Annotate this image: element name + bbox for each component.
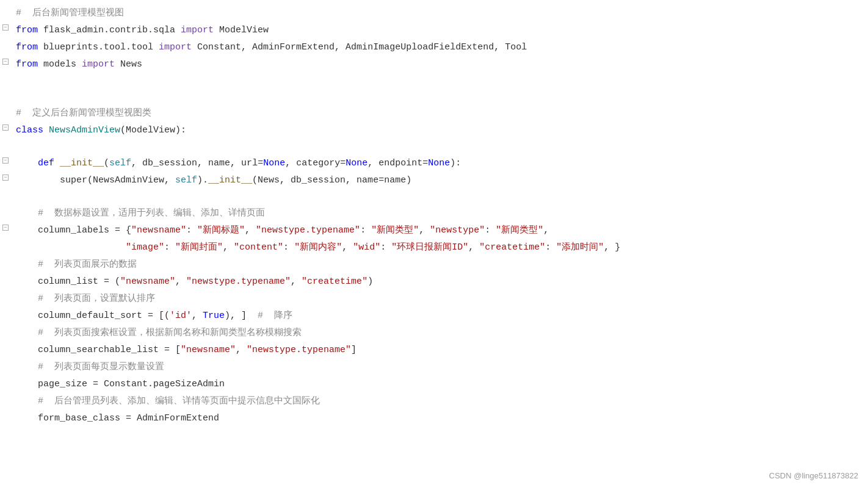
token: = <box>340 158 345 168</box>
token: , <box>175 276 186 287</box>
code-line: # 列表页面搜索框设置，根据新闻名称和新闻类型名称模糊搜索 <box>0 325 868 342</box>
token: , <box>245 225 256 236</box>
token: __init__ <box>208 175 252 186</box>
token: form_base_class = AdminFormExtend <box>16 413 219 423</box>
code-line: column_searchable_list = ["newsname", "n… <box>0 342 868 359</box>
fold-icon[interactable]: − <box>2 175 9 181</box>
token: "content" <box>234 242 283 253</box>
token <box>16 208 38 218</box>
token: , } <box>604 242 620 253</box>
code-line: page_size = Constant.pageSizeAdmin <box>0 376 868 393</box>
token: True <box>203 311 225 321</box>
fold-icon[interactable]: − <box>2 24 9 31</box>
token: "新闻内容" <box>294 242 342 253</box>
fold-gutter <box>0 359 11 361</box>
token <box>16 328 38 338</box>
token: : <box>360 225 371 236</box>
fold-gutter[interactable]: − <box>0 56 11 65</box>
code-text: column_default_sort = [('id', True), ] #… <box>11 308 868 325</box>
token: Constant, AdminFormExtend, AdminImageUpl… <box>192 42 527 52</box>
code-text: # 后台管理员列表、添加、编辑、详情等页面中提示信息中文国际化 <box>11 393 868 410</box>
token: , <box>419 225 430 236</box>
token: column_list = ( <box>16 276 120 287</box>
code-text <box>11 189 868 192</box>
token: , endpoint <box>367 158 422 168</box>
fold-gutter[interactable]: − <box>0 122 11 131</box>
token: # 后台管理员列表、添加、编辑、详情等页面中提示信息中文国际化 <box>38 396 320 406</box>
fold-gutter <box>0 325 11 327</box>
fold-gutter <box>0 5 11 7</box>
token: "新闻类型" <box>496 225 543 236</box>
fold-gutter[interactable]: − <box>0 172 11 181</box>
token: , <box>291 276 302 287</box>
token: None <box>345 158 367 168</box>
token: "添加时间" <box>556 242 604 253</box>
fold-icon[interactable]: − <box>2 157 9 164</box>
token: "createtime" <box>302 276 367 287</box>
code-line: # 数据标题设置，适用于列表、编辑、添加、详情页面 <box>0 205 868 222</box>
token: "newsname" <box>120 276 175 287</box>
code-text: column_labels = {"newsname": "新闻标题", "ne… <box>11 222 868 239</box>
token: , <box>342 242 353 253</box>
token <box>54 158 60 168</box>
token: : <box>283 242 294 253</box>
fold-icon[interactable]: − <box>2 225 9 231</box>
code-line: from blueprints.tool.tool import Constan… <box>0 39 868 56</box>
token: , <box>223 242 234 253</box>
token: def <box>38 158 54 168</box>
code-line <box>0 139 868 155</box>
token: "newsname" <box>131 225 186 236</box>
token: ModelView <box>214 25 269 35</box>
token: None <box>428 158 450 168</box>
code-line: # 列表页面每页显示数量设置 <box>0 359 868 376</box>
fold-gutter <box>0 376 11 378</box>
token: "环球日报新闻ID" <box>391 242 468 253</box>
token: (ModelView): <box>120 125 186 135</box>
token <box>16 396 38 406</box>
token <box>16 362 38 372</box>
token: "newstype" <box>430 225 485 236</box>
fold-gutter <box>0 256 11 259</box>
code-text: # 数据标题设置，适用于列表、编辑、添加、详情页面 <box>11 205 868 222</box>
fold-gutter <box>0 39 11 41</box>
code-text: # 列表页面，设置默认排序 <box>11 290 868 308</box>
code-line: # 列表页面展示的数据 <box>0 256 868 273</box>
code-line: −from models import News <box>0 56 868 73</box>
token: column_default_sort = [( <box>16 311 170 321</box>
token: flask_admin.contrib.sqla <box>38 25 181 35</box>
token: column_labels = { <box>16 225 131 236</box>
token: ( <box>104 158 109 168</box>
token: # 后台新闻管理模型视图 <box>16 8 124 18</box>
code-text <box>11 139 868 142</box>
token: ] <box>351 345 356 355</box>
token: "image" <box>126 242 164 253</box>
code-text: page_size = Constant.pageSizeAdmin <box>11 376 868 393</box>
code-text: class NewsAdminView(ModelView): <box>11 122 868 139</box>
fold-gutter <box>0 308 11 310</box>
token: # 降序 <box>258 311 292 321</box>
fold-gutter[interactable]: − <box>0 22 11 31</box>
code-line: − def __init__(self, db_session, name, u… <box>0 155 868 172</box>
fold-gutter[interactable]: − <box>0 155 11 164</box>
token: "新闻封面" <box>175 242 223 253</box>
token: super(NewsAdminView, <box>16 175 175 186</box>
code-text: form_base_class = AdminFormExtend <box>11 410 868 427</box>
code-line: "image": "新闻封面", "content": "新闻内容", "wid… <box>0 239 868 256</box>
fold-gutter <box>0 393 11 395</box>
token <box>16 158 38 168</box>
fold-gutter <box>0 89 11 92</box>
fold-gutter[interactable]: − <box>0 222 11 231</box>
token: = <box>422 158 428 168</box>
token: self <box>175 175 197 186</box>
token: "wid" <box>353 242 380 253</box>
fold-icon[interactable]: − <box>2 124 9 131</box>
token: , <box>192 311 203 321</box>
code-line <box>0 73 868 89</box>
token <box>43 125 49 135</box>
token: import <box>181 25 214 35</box>
token <box>16 294 38 304</box>
fold-icon[interactable]: − <box>2 59 9 65</box>
token: # 列表页面展示的数据 <box>38 259 137 270</box>
token: name) <box>384 175 411 186</box>
code-text: # 列表页面搜索框设置，根据新闻名称和新闻类型名称模糊搜索 <box>11 325 868 342</box>
